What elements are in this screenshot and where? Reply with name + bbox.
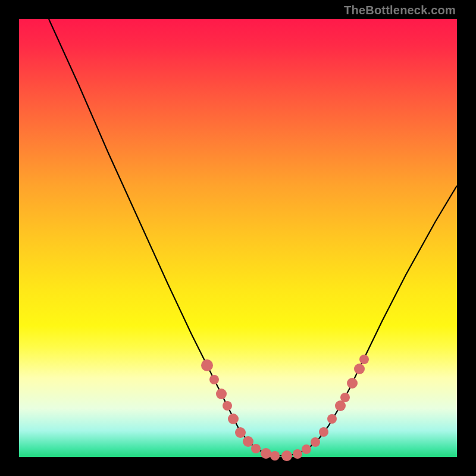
data-marker [293,449,302,459]
bottleneck-curve [49,19,457,456]
data-marker [209,375,219,384]
chart-container: TheBottleneck.com [0,0,476,476]
plot-area [19,19,457,457]
data-marker [201,359,213,371]
data-marker [340,393,350,402]
data-marker [235,427,246,438]
data-marker [311,437,320,447]
data-marker [251,444,261,453]
data-marker [223,401,232,411]
data-marker [261,448,271,459]
data-marker [347,378,358,389]
data-marker [319,427,328,437]
data-marker [270,451,280,461]
curve-svg [19,19,457,457]
data-marker [228,414,239,424]
watermark-text: TheBottleneck.com [344,4,456,17]
data-marker [359,355,369,364]
data-marker [327,414,337,424]
data-marker [354,364,365,374]
data-marker [302,444,311,454]
data-marker [281,450,292,461]
data-marker [216,389,227,399]
